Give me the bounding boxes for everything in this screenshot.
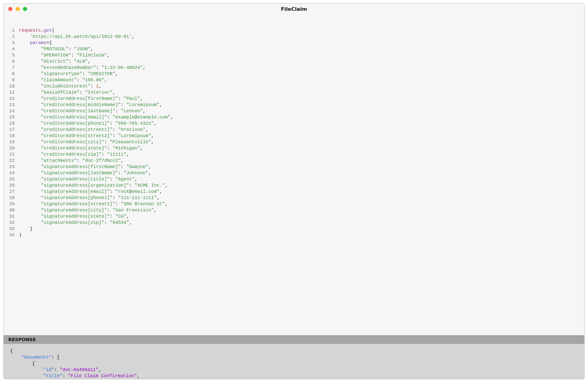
code-text: "creditorAddress[city]": "Pleasantville"… [19, 139, 154, 145]
line-number: 25 [4, 176, 19, 182]
code-line: 25 "signatureAddress[title]": "Agent", [4, 176, 584, 182]
window-frame: FileClaim 1requests.get(2 'https://api.b… [3, 3, 585, 379]
code-line: 32 "signatureAddress[zip]": "94534", [4, 220, 584, 226]
code-text: "creditorAddress[zip]": "11111", [19, 151, 129, 158]
line-number: 14 [4, 108, 19, 114]
code-text: "creditorAddress[middleName]": "Loremips… [19, 102, 162, 108]
line-number: 21 [4, 151, 19, 158]
code-text: "OPERATION": "FileClaim", [19, 52, 110, 58]
code-line: 20 "creditorAddress[state]": "Michigan", [4, 145, 584, 151]
code-line: 22 "attachments": "doc-2f7d9cc2", [4, 158, 584, 164]
line-number: 34 [4, 232, 19, 238]
line-number: 1 [4, 27, 19, 34]
line-number: 16 [4, 120, 19, 126]
code-line: 5 "OPERATION": "FileClaim", [4, 52, 584, 58]
line-number: 11 [4, 89, 19, 96]
code-text: "signatureAddress[phone1]": "111-111-111… [19, 195, 159, 201]
code-line: 4 "PROTOCOL": "JSON", [4, 46, 584, 52]
line-number: 22 [4, 158, 19, 164]
close-icon[interactable] [8, 7, 12, 11]
line-number: 26 [4, 182, 19, 188]
response-text: { [10, 348, 13, 354]
code-text: "creditorAddress[email]": "example@examp… [19, 114, 173, 120]
code-text: "claimAmount": "100.00", [19, 77, 107, 83]
response-line: "documents": [ [10, 354, 578, 361]
code-pane[interactable]: 1requests.get(2 'https://api.bk.watch/ap… [4, 15, 584, 335]
line-number: 4 [4, 46, 19, 52]
code-line: 27 "signatureAddress[email]": "rock@emai… [4, 188, 584, 195]
code-line: 9 "claimAmount": "100.00", [4, 77, 584, 83]
window-controls [8, 3, 27, 15]
code-line: 7 "extendedCaseNumber": "1:22-bk-40024", [4, 64, 584, 71]
line-number: 17 [4, 126, 19, 133]
code-text: "signatureAddress[firstName]": "Dwayne", [19, 164, 151, 170]
code-text: requests.get( [19, 27, 55, 34]
code-text: "signatureAddress[organization]": "ACME … [19, 182, 168, 188]
code-text: "signatureAddress[city]": "San Francisco… [19, 207, 157, 213]
code-text: "creditorAddress[street2]": "Loremipsum"… [19, 133, 154, 139]
minimize-icon[interactable] [16, 7, 20, 11]
code-text: "signatureAddress[lastName]": "Johnson", [19, 170, 151, 176]
maximize-icon[interactable] [23, 7, 27, 11]
response-text: "title": "File Claim Confirmation", [10, 373, 140, 379]
code-text: "PROTOCOL": "JSON", [19, 46, 93, 52]
code-line: 23 "signatureAddress[firstName]": "Dwayn… [4, 164, 584, 170]
response-line: "id": "doc-0a496a11", [10, 367, 578, 373]
response-text: "documents": [ [10, 354, 60, 361]
code-text: "district": "ALN", [19, 58, 90, 64]
code-line: 13 "creditorAddress[middleName]": "Lorem… [4, 102, 584, 108]
response-line: "title": "File Claim Confirmation", [10, 373, 578, 379]
line-number: 9 [4, 77, 19, 83]
code-text: "creditorAddress[firstName]": "Paul", [19, 96, 143, 102]
response-text: { [10, 361, 35, 367]
response-line: { [10, 361, 578, 367]
line-number: 28 [4, 195, 19, 201]
line-number: 7 [4, 64, 19, 71]
code-text: "creditorAddress[phone1]": "098-765-4321… [19, 120, 157, 126]
code-line: 15 "creditorAddress[email]": "example@ex… [4, 114, 584, 120]
code-text: "creditorAddress[state]": "Michigan", [19, 145, 143, 151]
code-text: "signatureAddress[state]": "CA", [19, 213, 129, 220]
line-number: 23 [4, 164, 19, 170]
code-text: "attachments": "doc-2f7d9cc2", [19, 158, 124, 164]
code-line: 1requests.get( [4, 27, 584, 34]
code-line: 28 "signatureAddress[phone1]": "111-111-… [4, 195, 584, 201]
response-body[interactable]: { "documents": [ { "id": "doc-0a496a11",… [4, 344, 584, 379]
code-text: "extendedCaseNumber": "1:22-bk-40024", [19, 64, 146, 71]
line-number: 12 [4, 96, 19, 102]
code-line: 33 } [4, 226, 584, 232]
code-line: 6 "district": "ALN", [4, 58, 584, 64]
titlebar: FileClaim [4, 3, 584, 15]
line-number: 27 [4, 188, 19, 195]
line-number: 33 [4, 226, 19, 232]
code-text: "creditorAddress[lastName]": "Lennon", [19, 108, 146, 114]
line-number: 2 [4, 34, 19, 40]
code-line: 12 "creditorAddress[firstName]": "Paul", [4, 96, 584, 102]
code-line: 31 "signatureAddress[state]": "CA", [4, 213, 584, 220]
line-number: 13 [4, 102, 19, 108]
code-text: "basisOfClaim": "Interior", [19, 89, 115, 96]
code-line: 17 "creditorAddress[street1]": "Oratione… [4, 126, 584, 133]
line-number: 6 [4, 58, 19, 64]
response-text: "id": "doc-0a496a11", [10, 367, 101, 373]
code-line: 14 "creditorAddress[lastName]": "Lennon"… [4, 108, 584, 114]
code-line: 8 "signatureType": "CREDITOR", [4, 71, 584, 77]
code-line: 19 "creditorAddress[city]": "Pleasantvil… [4, 139, 584, 145]
response-heading: RESPONSE [4, 335, 584, 344]
code-text: 'https://api.bk.watch/api/2022-08-01', [19, 34, 135, 40]
code-text: ) [19, 232, 21, 238]
code-line: 2 'https://api.bk.watch/api/2022-08-01', [4, 34, 584, 40]
code-text: "signatureAddress[street1]": "300 Branna… [19, 201, 168, 207]
code-line: 21 "creditorAddress[zip]": "11111", [4, 151, 584, 158]
code-line: 34) [4, 232, 584, 238]
line-number: 3 [4, 40, 19, 46]
line-number: 10 [4, 83, 19, 89]
code-text: "signatureAddress[email]": "rock@email.c… [19, 188, 162, 195]
response-line: { [10, 348, 578, 354]
code-line: 29 "signatureAddress[street1]": "300 Bra… [4, 201, 584, 207]
line-number: 8 [4, 71, 19, 77]
code-text: "signatureAddress[title]": "Agent", [19, 176, 137, 182]
line-number: 32 [4, 220, 19, 226]
code-line: 26 "signatureAddress[organization]": "AC… [4, 182, 584, 188]
code-text: "signatureType": "CREDITOR", [19, 71, 118, 77]
